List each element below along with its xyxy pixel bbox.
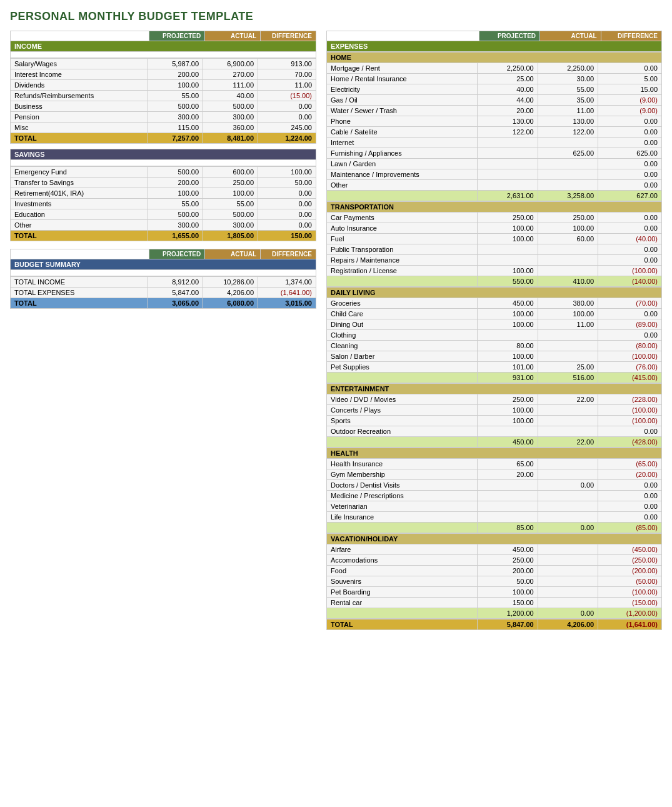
item-actual: 500.00 — [203, 101, 258, 112]
item-label: Maintenance / Improvements — [327, 169, 478, 180]
table-row: Sports 100.00 (100.00) — [327, 416, 662, 426]
savings-items-table: Emergency Fund 500.00 600.00 100.00 Tran… — [10, 166, 316, 241]
exp-section-table: DAILY LIVING Groceries 450.00 380.00 (70… — [326, 287, 662, 383]
table-row: Internet 0.00 — [327, 138, 662, 148]
item-actual: 11.00 — [538, 319, 598, 330]
item-projected — [478, 138, 538, 148]
exp-section-table: HOME Mortgage / Rent 2,250.00 2,250.00 0… — [326, 52, 662, 201]
bs-empty-row — [11, 270, 316, 276]
item-actual: 250.00 — [538, 213, 598, 223]
income-table: PROJECTED ACTUAL DIFFERENCE INCOME — [10, 31, 316, 58]
item-projected: 25.00 — [478, 74, 538, 84]
item-projected: 130.00 — [478, 116, 538, 127]
exp-subtotal-row: 450.00 22.00 (428.00) — [327, 437, 662, 448]
table-row: Souvenirs 50.00 (50.00) — [327, 576, 662, 587]
bs-item-actual: 10,286.00 — [203, 277, 258, 288]
item-actual — [538, 255, 598, 266]
table-row: Rental car 150.00 (150.00) — [327, 598, 662, 608]
item-label: Education — [11, 209, 148, 220]
item-label: Public Transporation — [327, 244, 478, 255]
item-difference: 70.00 — [258, 69, 316, 80]
item-difference: 913.00 — [258, 59, 316, 69]
item-difference: 0.00 — [598, 223, 662, 234]
bs-item-label: TOTAL INCOME — [11, 277, 148, 288]
item-difference: 0.00 — [598, 426, 662, 437]
item-projected: 115.00 — [148, 123, 203, 133]
bs-actual-header: ACTUAL — [205, 249, 261, 259]
table-row: Cable / Satelite 122.00 122.00 0.00 — [327, 127, 662, 138]
item-projected: 200.00 — [148, 178, 203, 188]
item-difference: 0.00 — [258, 209, 316, 220]
item-projected: 100.00 — [478, 416, 538, 426]
exp-subtotal-projected: 931.00 — [478, 373, 538, 383]
exp-sub-section-row: VACATION/HOLIDAY — [327, 534, 662, 544]
item-difference: 0.00 — [598, 512, 662, 523]
bs-item-projected: 5,847.00 — [148, 288, 203, 298]
item-label: Internet — [327, 138, 478, 148]
item-projected: 450.00 — [478, 298, 538, 309]
exp-subtotal-row: 550.00 410.00 (140.00) — [327, 276, 662, 287]
exp-subtotal-actual: 516.00 — [538, 373, 598, 383]
table-row: Emergency Fund 500.00 600.00 100.00 — [11, 167, 316, 178]
item-actual: 22.00 — [538, 394, 598, 405]
right-panel: PROJECTED ACTUAL DIFFERENCE EXPENSES HOM… — [326, 31, 662, 630]
item-projected: 500.00 — [148, 167, 203, 178]
item-projected: 100.00 — [478, 223, 538, 234]
item-projected: 300.00 — [148, 220, 203, 231]
item-label: Other — [327, 180, 478, 191]
table-row: Other 300.00 300.00 0.00 — [11, 220, 316, 231]
item-actual — [538, 405, 598, 416]
item-label: Other — [11, 220, 148, 231]
item-actual — [538, 341, 598, 351]
exp-subtotal-label — [327, 608, 478, 619]
item-label: Business — [11, 101, 148, 112]
table-row: Home / Rental Insurance 25.00 30.00 5.00 — [327, 74, 662, 84]
exp-subtotal-label — [327, 523, 478, 533]
table-row: TOTAL EXPENSES 5,847.00 4,206.00 (1,641.… — [11, 288, 316, 298]
item-difference: (50.00) — [598, 576, 662, 587]
item-actual — [538, 416, 598, 426]
expenses-header-table: PROJECTED ACTUAL DIFFERENCE EXPENSES — [326, 31, 662, 52]
item-label: Registration / License — [327, 266, 478, 276]
expenses-section-row: EXPENSES — [327, 41, 662, 52]
exp-subtotal-label — [327, 276, 478, 287]
item-label: Life Insurance — [327, 512, 478, 523]
item-label: Car Payments — [327, 213, 478, 223]
savings-total-label: TOTAL — [11, 231, 148, 241]
item-difference: (100.00) — [598, 351, 662, 362]
item-projected: 250.00 — [478, 394, 538, 405]
budget-summary-header-row: PROJECTED ACTUAL DIFFERENCE — [11, 249, 316, 259]
table-row: Salon / Barber 100.00 (100.00) — [327, 351, 662, 362]
budget-summary-label-row: BUDGET SUMMARY — [11, 259, 316, 270]
item-projected: 250.00 — [478, 213, 538, 223]
table-row: Food 200.00 (200.00) — [327, 566, 662, 576]
exp-subtotal-difference: (428.00) — [598, 437, 662, 448]
table-row: Furnishing / Appliances 625.00 625.00 — [327, 148, 662, 159]
item-actual: 100.00 — [538, 309, 598, 319]
item-projected: 65.00 — [478, 459, 538, 469]
item-actual: 25.00 — [538, 362, 598, 373]
item-label: Cleaning — [327, 341, 478, 351]
item-difference: 0.00 — [258, 101, 316, 112]
table-row: Phone 130.00 130.00 0.00 — [327, 116, 662, 127]
income-total-projected: 7,257.00 — [148, 133, 203, 144]
item-difference: 0.00 — [598, 138, 662, 148]
item-projected: 100.00 — [478, 234, 538, 244]
item-label: Dining Out — [327, 319, 478, 330]
exp-difference-header: DIFFERENCE — [601, 31, 661, 41]
exp-sub-section-row: HEALTH — [327, 448, 662, 459]
exp-subtotal-row: 85.00 0.00 (85.00) — [327, 523, 662, 533]
bs-total-row: TOTAL 3,065.00 6,080.00 3,015.00 — [11, 298, 316, 309]
item-difference: (89.00) — [598, 319, 662, 330]
page-title: PERSONAL MONTHLY BUDGET TEMPLATE — [10, 10, 662, 23]
savings-empty-row — [11, 160, 316, 166]
table-row: Health Insurance 65.00 (65.00) — [327, 459, 662, 469]
exp-subtotal-row: 2,631.00 3,258.00 627.00 — [327, 191, 662, 201]
income-total-row: TOTAL 7,257.00 8,481.00 1,224.00 — [11, 133, 316, 144]
item-actual — [538, 459, 598, 469]
table-row: Pet Boarding 100.00 (100.00) — [327, 587, 662, 598]
table-row: Child Care 100.00 100.00 0.00 — [327, 309, 662, 319]
item-actual: 130.00 — [538, 116, 598, 127]
item-projected: 100.00 — [478, 309, 538, 319]
savings-total-difference: 150.00 — [258, 231, 316, 241]
